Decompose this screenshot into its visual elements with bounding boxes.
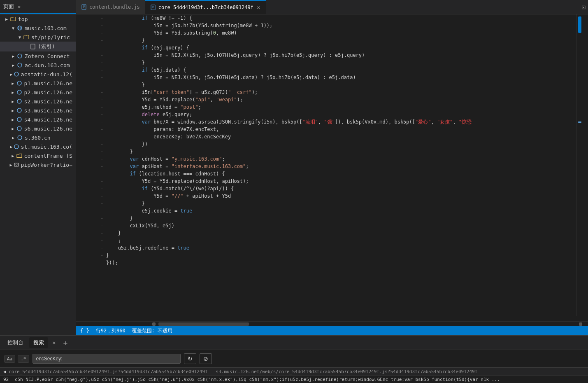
- table-row: - delete e5j.query;: [76, 111, 588, 118]
- code-line-cell: var bVe7X = window.asrsea(JSON.stringify…: [106, 118, 588, 126]
- clear-search-button[interactable]: ⊘: [200, 353, 212, 364]
- sidebar-title: 页面 »: [0, 0, 76, 14]
- code-container[interactable]: - if (me8W != -1) { - i5n = j5o.hi7b(Y5d…: [76, 14, 588, 321]
- table-row: - }: [76, 81, 588, 89]
- sidebar-label: pipWorker?ratio=: [21, 162, 72, 168]
- domain-icon: [16, 107, 23, 114]
- line-number-cell: [76, 89, 98, 96]
- code-line-cell: e5j.cookie = true: [106, 207, 588, 215]
- line-number-cell: [76, 44, 98, 51]
- code-line-cell: }: [106, 81, 588, 89]
- sidebar-label: contentFrame (S: [24, 153, 72, 159]
- sidebar-label: st.music.163.co(: [21, 144, 72, 150]
- line-gutter-cell: -: [98, 148, 106, 155]
- line-gutter-cell: -: [98, 66, 106, 74]
- code-line-cell: }: [106, 59, 588, 66]
- code-line-cell: i5n["csrf_token"] = u5z.gQ7J("__csrf");: [106, 89, 588, 96]
- line-number-cell: [76, 163, 98, 170]
- svg-rect-0: [82, 5, 86, 9]
- sidebar-item-acstatic[interactable]: ▶ acstatic-dun.12(: [0, 70, 76, 79]
- tab-close-button[interactable]: ×: [256, 3, 261, 12]
- line-number-cell: [76, 22, 98, 29]
- sidebar-item-contentframe[interactable]: ▶ contentFrame (S: [0, 151, 76, 160]
- h-scroll-thumb[interactable]: [158, 322, 249, 326]
- line-number-cell: [76, 59, 98, 66]
- sidebar-label: acstatic-dun.12(: [21, 71, 72, 77]
- line-gutter-cell: -: [98, 207, 106, 215]
- line-gutter-cell: -: [98, 192, 106, 200]
- domain-icon: [16, 116, 23, 123]
- table-row: - }: [76, 252, 588, 259]
- line-gutter-cell: -: [98, 22, 106, 29]
- sidebar-item-music163[interactable]: ▼ music.163.com: [0, 23, 76, 33]
- sidebar-item-stmusic[interactable]: ▶ st.music.163.co(: [0, 142, 76, 151]
- sidebar-item-p2music[interactable]: ▶ p2.music.126.ne: [0, 88, 76, 97]
- regex-button[interactable]: .*: [18, 355, 29, 363]
- line-gutter-cell: -: [98, 81, 106, 89]
- table-row: - if (e5j.data) {: [76, 66, 588, 74]
- line-number: 92: [3, 377, 9, 382]
- table-row: - params: bVe7X.encText,: [76, 126, 588, 133]
- code-line-cell: if (Y5d.match(/^\/(we)?api/)) {: [106, 185, 588, 192]
- svg-point-12: [18, 54, 22, 58]
- expand-icon[interactable]: ⊡: [581, 3, 586, 11]
- tab-label: content.bundle.js: [89, 4, 140, 10]
- sidebar-item-top[interactable]: ▶ top: [0, 14, 76, 23]
- bottom-panel-close-button[interactable]: ×: [50, 339, 58, 347]
- sidebar: ▶ top ▼ music.163.com ▼ st/pip/lyric: [0, 14, 76, 335]
- code-line-cell: }();: [106, 259, 588, 266]
- arrow-icon: ▶: [10, 81, 16, 86]
- line-number-cell: [76, 51, 98, 59]
- sidebar-item-s3music[interactable]: ▶ s3.music.126.ne: [0, 106, 76, 115]
- table-row: - Y5d = Y5d.replace("api", "weapi");: [76, 96, 588, 103]
- sidebar-label: ac.dun.163.com: [25, 62, 70, 68]
- line-gutter-cell: -: [98, 259, 106, 266]
- line-gutter-cell: -: [98, 237, 106, 244]
- table-row: - i5n = NEJ.X(i5n, j5o.fO7H(e5j.query) ?…: [76, 51, 588, 59]
- search-bar: Aa .* ↻ ⊘: [0, 350, 588, 367]
- tab-content-bundle[interactable]: content.bundle.js: [76, 0, 145, 14]
- svg-point-14: [14, 72, 19, 76]
- arrow-icon: ▶: [3, 17, 10, 21]
- line-gutter-cell: -: [98, 244, 106, 252]
- sidebar-item-stpip[interactable]: ▼ st/pip/lyric: [0, 33, 76, 42]
- status-bar: { } 行92，列960 覆盖范围: 不适用: [76, 326, 588, 335]
- sidebar-item-pipworker[interactable]: ▶ pipWorker?ratio=: [0, 160, 76, 169]
- bottom-tab-search[interactable]: 搜索: [29, 337, 48, 348]
- sidebar-item-p1music[interactable]: ▶ p1.music.126.ne: [0, 79, 76, 88]
- code-line-cell: }: [106, 148, 588, 155]
- sidebar-item-s4music[interactable]: ▶ s4.music.126.ne: [0, 115, 76, 124]
- sidebar-item-s2music[interactable]: ▶ s2.music.126.ne: [0, 97, 76, 106]
- table-row: - if (me8W != -1) {: [76, 14, 588, 22]
- svg-point-21: [18, 135, 22, 140]
- sidebar-item-suoyin[interactable]: (索引): [0, 42, 76, 51]
- bottom-panel-add-button[interactable]: +: [60, 338, 71, 348]
- line-gutter-cell: -: [98, 133, 106, 140]
- table-row: - i5n = j5o.hi7b(Y5d.substring(me8W + 1)…: [76, 22, 588, 29]
- sidebar-item-zotero[interactable]: ▶ Zotero Connect: [0, 51, 76, 61]
- table-row: - }: [76, 37, 588, 44]
- line-gutter-cell: -: [98, 140, 106, 148]
- line-number-cell: [76, 66, 98, 74]
- tab-core-active[interactable]: core_54dd419d3f...b7cb34e091249f ×: [145, 0, 267, 14]
- table-row: - }: [76, 215, 588, 222]
- sidebar-label: s2.music.126.ne: [24, 98, 72, 105]
- line-number-cell: [76, 103, 98, 111]
- bottom-tab-console[interactable]: 控制台: [3, 337, 28, 348]
- domain-icon: [16, 125, 23, 132]
- sidebar-item-acdun[interactable]: ▶ ac.dun.163.com: [0, 61, 76, 70]
- sidebar-item-s360[interactable]: ▶ s.360.cn: [0, 133, 76, 142]
- sidebar-item-s6music[interactable]: ▶ s6.music.126.ne: [0, 124, 76, 133]
- sidebar-label: s4.music.126.ne: [24, 117, 72, 123]
- bottom-tab-console-label: 控制台: [7, 339, 23, 346]
- table-row: - i5n["csrf_token"] = u5z.gQ7J("__csrf")…: [76, 89, 588, 96]
- refresh-search-button[interactable]: ↻: [184, 353, 196, 364]
- sidebar-title-text: 页面: [3, 3, 14, 10]
- table-row: - if (e5j.query) {: [76, 44, 588, 51]
- tab-core-label: core_54dd419d3f...b7cb34e091249f: [158, 5, 253, 10]
- horizontal-scrollbar[interactable]: [76, 321, 588, 326]
- match-case-button[interactable]: Aa: [4, 355, 15, 363]
- line-number-cell: [76, 81, 98, 89]
- code-line-cell: i5n = NEJ.X(i5n, j5o.fO7H(e5j.data) ? j5…: [106, 74, 588, 81]
- search-input[interactable]: [33, 354, 181, 364]
